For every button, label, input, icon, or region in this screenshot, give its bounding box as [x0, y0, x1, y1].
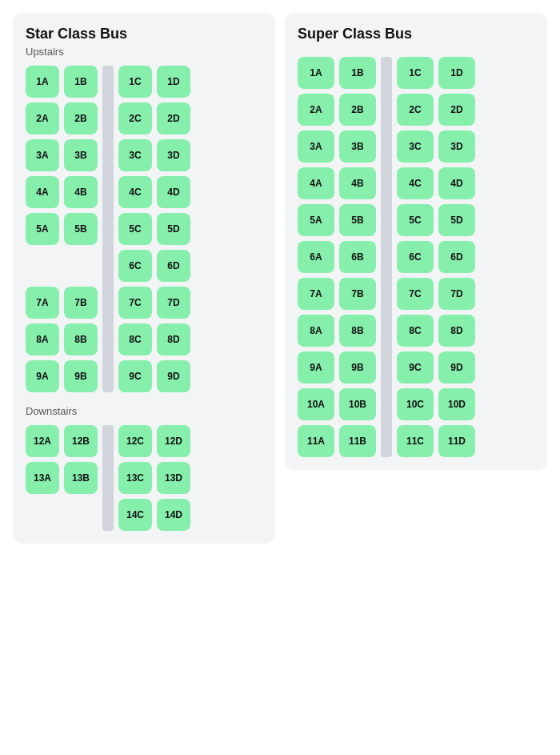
seat-7A[interactable]: 7A	[298, 278, 334, 310]
seat-2D[interactable]: 2D	[157, 102, 190, 135]
seat-10C[interactable]: 10C	[397, 388, 434, 420]
seat-8A[interactable]: 8A	[298, 315, 334, 347]
seat-7D[interactable]: 7D	[438, 278, 475, 310]
seat-9C[interactable]: 9C	[118, 360, 152, 392]
seat-10D[interactable]: 10D	[438, 388, 475, 420]
seat-9A[interactable]: 9A	[26, 360, 59, 392]
seat-8A[interactable]: 8A	[26, 323, 59, 355]
seat-11A[interactable]: 11A	[298, 425, 334, 457]
seat-4D[interactable]: 4D	[438, 167, 475, 199]
seat-6D[interactable]: 6D	[438, 241, 475, 273]
seat-9C[interactable]: 9C	[397, 351, 434, 384]
seat-2A[interactable]: 2A	[26, 102, 59, 135]
seat-2A[interactable]: 2A	[298, 94, 334, 126]
seat-12D[interactable]: 12D	[157, 425, 190, 457]
seat-5C[interactable]: 5C	[118, 213, 152, 245]
seat-14C[interactable]: 14C	[118, 499, 152, 531]
seat-4A[interactable]: 4A	[26, 176, 59, 208]
seat-4B[interactable]: 4B	[64, 176, 98, 208]
seat-9D[interactable]: 9D	[438, 351, 475, 384]
star-downstairs-label: Downstairs	[26, 405, 262, 417]
seat-7A[interactable]: 7A	[26, 287, 59, 319]
seat-row: 8C8D	[118, 323, 190, 355]
seat-5D[interactable]: 5D	[438, 204, 475, 236]
seat-9D[interactable]: 9D	[157, 360, 190, 392]
seat-3C[interactable]: 3C	[118, 139, 152, 171]
seat-7B[interactable]: 7B	[64, 287, 98, 319]
seat-2B[interactable]: 2B	[64, 102, 98, 135]
seat-6C[interactable]: 6C	[397, 241, 434, 273]
seat-6B[interactable]: 6B	[339, 241, 376, 273]
seat-row: 2C2D	[118, 102, 190, 135]
seat-3B[interactable]: 3B	[339, 131, 376, 163]
seat-row: 8A8B	[26, 323, 98, 355]
seat-7C[interactable]: 7C	[118, 287, 152, 319]
seat-5C[interactable]: 5C	[397, 204, 434, 236]
seat-4C[interactable]: 4C	[118, 176, 152, 208]
star-upstairs-layout: 1A1B2A2B3A3B4A4B5A5B7A7B8A8B9A9B 1C1D2C2…	[26, 66, 262, 392]
seat-7D[interactable]: 7D	[157, 287, 190, 319]
seat-1C[interactable]: 1C	[118, 66, 152, 98]
seat-13B[interactable]: 13B	[64, 462, 98, 494]
seat-13D[interactable]: 13D	[157, 462, 190, 494]
seat-4A[interactable]: 4A	[298, 167, 334, 199]
seat-3C[interactable]: 3C	[397, 131, 434, 163]
seat-11B[interactable]: 11B	[339, 425, 376, 457]
seat-1B[interactable]: 1B	[339, 57, 376, 89]
seat-3A[interactable]: 3A	[26, 139, 59, 171]
seat-1D[interactable]: 1D	[157, 66, 190, 98]
seat-5B[interactable]: 5B	[64, 213, 98, 245]
seat-2C[interactable]: 2C	[118, 102, 152, 135]
seat-8B[interactable]: 8B	[64, 323, 98, 355]
seat-row: 8A8B	[298, 315, 376, 347]
seat-9B[interactable]: 9B	[64, 360, 98, 392]
seat-3D[interactable]: 3D	[438, 131, 475, 163]
seat-2D[interactable]: 2D	[438, 94, 475, 126]
seat-row: 4C4D	[397, 167, 475, 199]
seat-9B[interactable]: 9B	[339, 351, 376, 384]
seat-5A[interactable]: 5A	[26, 213, 59, 245]
seat-8D[interactable]: 8D	[438, 315, 475, 347]
super-class-section: Super Class Bus 1A1B2A2B3A3B4A4B5A5B6A6B…	[285, 13, 547, 470]
seat-3B[interactable]: 3B	[64, 139, 98, 171]
seat-13C[interactable]: 13C	[118, 462, 152, 494]
seat-1D[interactable]: 1D	[438, 57, 475, 89]
seat-6D[interactable]: 6D	[157, 250, 190, 282]
seat-3A[interactable]: 3A	[298, 131, 334, 163]
seat-12B[interactable]: 12B	[64, 425, 98, 457]
seat-11D[interactable]: 11D	[438, 425, 475, 457]
seat-2C[interactable]: 2C	[397, 94, 434, 126]
seat-row: 5A5B	[26, 213, 98, 245]
seat-1A[interactable]: 1A	[26, 66, 59, 98]
seat-1B[interactable]: 1B	[64, 66, 98, 98]
seat-14D[interactable]: 14D	[157, 499, 190, 531]
seat-8C[interactable]: 8C	[397, 315, 434, 347]
seat-4D[interactable]: 4D	[157, 176, 190, 208]
seat-row: 7C7D	[118, 287, 190, 319]
seat-8B[interactable]: 8B	[339, 315, 376, 347]
seat-7C[interactable]: 7C	[397, 278, 434, 310]
star-downstairs-right: 12C12D13C13D14C14D	[118, 425, 190, 531]
star-upstairs-label: Upstairs	[26, 46, 262, 58]
seat-4B[interactable]: 4B	[339, 167, 376, 199]
seat-4C[interactable]: 4C	[397, 167, 434, 199]
seat-1C[interactable]: 1C	[397, 57, 434, 89]
seat-1A[interactable]: 1A	[298, 57, 334, 89]
seat-6A[interactable]: 6A	[298, 241, 334, 273]
seat-8C[interactable]: 8C	[118, 323, 152, 355]
seat-3D[interactable]: 3D	[157, 139, 190, 171]
seat-12C[interactable]: 12C	[118, 425, 152, 457]
seat-8D[interactable]: 8D	[157, 323, 190, 355]
seat-9A[interactable]: 9A	[298, 351, 334, 384]
seat-6C[interactable]: 6C	[118, 250, 152, 282]
seat-7B[interactable]: 7B	[339, 278, 376, 310]
seat-5B[interactable]: 5B	[339, 204, 376, 236]
seat-10A[interactable]: 10A	[298, 388, 334, 420]
seat-2B[interactable]: 2B	[339, 94, 376, 126]
seat-11C[interactable]: 11C	[397, 425, 434, 457]
seat-13A[interactable]: 13A	[26, 462, 59, 494]
seat-10B[interactable]: 10B	[339, 388, 376, 420]
seat-5A[interactable]: 5A	[298, 204, 334, 236]
seat-5D[interactable]: 5D	[157, 213, 190, 245]
seat-12A[interactable]: 12A	[26, 425, 59, 457]
